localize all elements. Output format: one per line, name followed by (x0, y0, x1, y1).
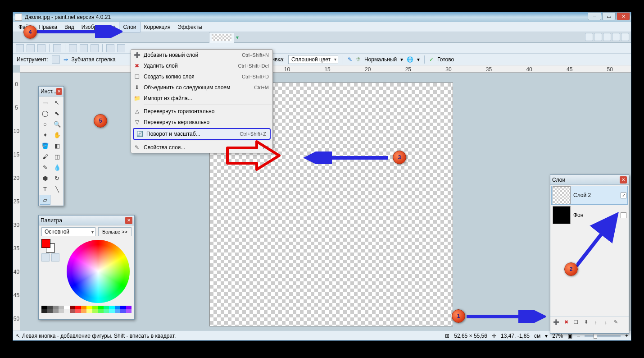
swatch[interactable] (98, 306, 104, 309)
delete-layer-icon[interactable]: ✖ (562, 318, 570, 326)
swatch[interactable] (109, 309, 115, 313)
color-mode-select[interactable]: Основной (41, 227, 95, 236)
tool-text[interactable]: T (40, 184, 50, 194)
cut-icon[interactable] (69, 44, 77, 52)
menu-flip-horizontal[interactable]: △Перевернуть горизонтально (131, 106, 272, 117)
layers-icon[interactable] (603, 33, 611, 41)
layer-row[interactable]: Слой 2 (551, 186, 628, 205)
duplicate-layer-icon[interactable]: ❏ (572, 318, 580, 326)
close-button[interactable]: ✕ (617, 12, 630, 20)
layer-props-icon[interactable]: ✎ (612, 318, 620, 326)
more-button[interactable]: Больше >> (98, 227, 132, 236)
menu-duplicate-layer[interactable]: ❏Создать копию слояCtrl+Shift+D (131, 71, 272, 82)
swatch[interactable] (75, 306, 81, 309)
swatch[interactable] (64, 309, 70, 313)
open-icon[interactable] (27, 44, 35, 52)
swatch[interactable] (47, 306, 53, 309)
tool-zoom[interactable]: 🔍 (52, 119, 63, 129)
swatch[interactable] (126, 309, 132, 313)
document-tab[interactable] (209, 32, 234, 43)
tool-ellipse-select[interactable]: ○ (40, 119, 50, 129)
swatch[interactable] (115, 306, 121, 309)
menu-adjust[interactable]: Коррекция (141, 22, 174, 32)
print-icon[interactable] (53, 44, 61, 52)
swatch[interactable] (104, 309, 109, 313)
zoom-slider[interactable] (585, 335, 621, 337)
tool-move[interactable]: ↖ (52, 97, 63, 107)
blend-mode[interactable]: Нормальный (364, 56, 397, 63)
swatch[interactable] (75, 309, 81, 313)
maximize-button[interactable]: ▭ (602, 12, 616, 20)
menu-flip-vertical[interactable]: ▽Перевернуть вертикально (131, 117, 272, 128)
menu-merge-layer[interactable]: ⬇Объединить со следующим слоемCtrl+M (131, 82, 272, 93)
swatch[interactable] (120, 306, 126, 309)
new-icon[interactable] (16, 44, 24, 52)
swatch[interactable] (53, 306, 59, 309)
tool-line[interactable]: ╲ (52, 184, 63, 194)
close-tools-icon[interactable]: ✕ (56, 88, 62, 95)
menu-delete-layer[interactable]: ✖Удалить слойCtrl+Shift+Del (131, 60, 272, 71)
swatch[interactable] (86, 309, 92, 313)
swatch[interactable] (70, 309, 76, 313)
colors-icon[interactable] (612, 33, 620, 41)
layer-visibility-checkbox[interactable] (621, 193, 626, 198)
swatch[interactable] (53, 309, 59, 313)
swatch[interactable] (92, 306, 98, 309)
add-layer-icon[interactable]: ➕ (552, 318, 560, 326)
search-icon[interactable] (585, 33, 593, 41)
tool-rect-select[interactable]: ▭ (40, 97, 50, 107)
swatch[interactable] (104, 306, 109, 309)
swatch[interactable] (64, 306, 70, 309)
tool-brush[interactable]: 🖌 (40, 151, 50, 161)
paste-icon[interactable] (91, 44, 99, 52)
swatch[interactable] (98, 309, 104, 313)
menu-import-file[interactable]: 📁Импорт из файла... (131, 93, 272, 104)
menu-effects[interactable]: Эффекты (174, 22, 206, 32)
swatch[interactable] (126, 306, 132, 309)
minimize-button[interactable]: – (588, 12, 601, 20)
save-icon[interactable] (37, 44, 45, 52)
swatch[interactable] (86, 306, 92, 309)
swatch[interactable] (47, 309, 53, 313)
history-icon[interactable] (594, 33, 602, 41)
swatch[interactable] (81, 309, 87, 313)
tool-fill[interactable]: 🪣 (40, 141, 50, 151)
tool-picker[interactable]: 💧 (52, 162, 63, 172)
settings-icon[interactable] (621, 33, 629, 41)
close-layers-icon[interactable]: ✕ (620, 176, 627, 184)
finish-button[interactable]: Готово (437, 56, 454, 63)
manage-color-icon[interactable] (51, 253, 59, 262)
redo-icon[interactable] (117, 44, 125, 52)
shape-picker-icon[interactable] (52, 55, 60, 64)
menu-rotate-zoom[interactable]: 🔄Поворот и масштаб...Ctrl+Shift+Z (133, 128, 271, 140)
swatch[interactable] (59, 306, 64, 309)
tool-pan[interactable]: ✋ (52, 130, 63, 140)
status-unit[interactable]: см (534, 333, 540, 339)
tool-recolor[interactable]: ↻ (52, 173, 63, 183)
tool-pencil[interactable]: ✎ (40, 162, 50, 172)
dropdown-icon[interactable]: ▾ (236, 34, 239, 41)
swatch[interactable] (59, 309, 64, 313)
tool-clone[interactable]: ⬢ (40, 173, 50, 183)
swatch[interactable] (81, 306, 87, 309)
undo-icon[interactable] (106, 44, 114, 52)
menu-add-layer[interactable]: ➕Добавить новый слойCtrl+Shift+N (131, 50, 272, 60)
tool-gradient[interactable]: ◧ (52, 141, 63, 151)
tool-move-selection[interactable]: ⬉ (52, 108, 63, 118)
color-wheel[interactable] (67, 240, 130, 303)
swatch[interactable] (41, 306, 47, 309)
tool-wand[interactable]: ✦ (40, 130, 50, 140)
move-up-icon[interactable]: ↑ (592, 318, 600, 326)
move-down-icon[interactable]: ↓ (602, 318, 610, 326)
copy-icon[interactable] (80, 44, 88, 52)
close-palette-icon[interactable]: ✕ (125, 217, 132, 224)
fg-bg-colors[interactable] (41, 239, 55, 252)
color-swatches[interactable] (39, 305, 134, 314)
swatch[interactable] (109, 306, 115, 309)
swatch[interactable] (115, 309, 121, 313)
merge-layer-icon[interactable]: ⬇ (582, 318, 590, 326)
tool-lasso[interactable]: ◯ (40, 108, 50, 118)
swatch[interactable] (70, 306, 76, 309)
tool-shapes[interactable]: ▱ (40, 195, 50, 205)
swatch[interactable] (120, 309, 126, 313)
